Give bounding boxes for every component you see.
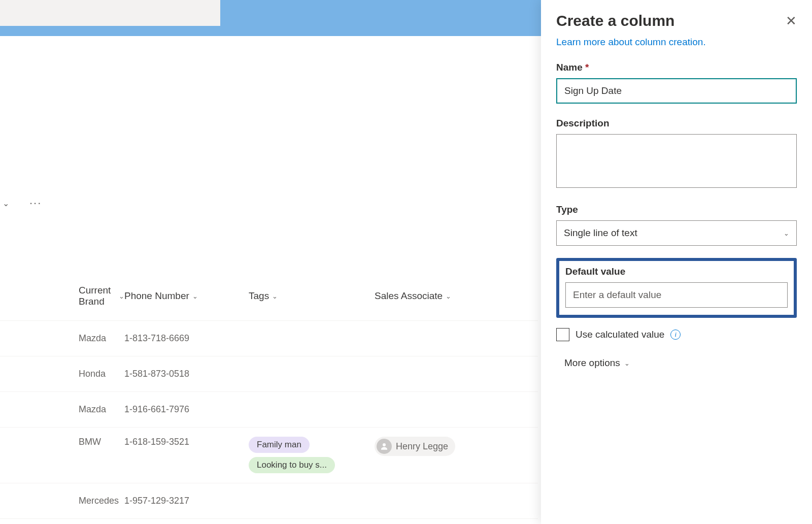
name-field-label: Name * [556, 62, 797, 73]
use-calculated-label: Use calculated value [576, 329, 664, 340]
type-select-value: Single line of text [564, 227, 637, 239]
more-options-label: More options [564, 357, 620, 369]
learn-more-link[interactable]: Learn more about column creation. [556, 37, 797, 48]
chevron-down-icon: ⌄ [624, 359, 630, 367]
default-value-highlight: Default value [556, 258, 797, 318]
description-field-label: Description [556, 118, 797, 129]
checkbox-icon[interactable] [556, 328, 569, 341]
chevron-down-icon: ⌄ [784, 230, 789, 237]
type-field-label: Type [556, 204, 797, 215]
default-value-label: Default value [565, 266, 788, 277]
panel-title: Create a column [556, 12, 797, 29]
use-calculated-row[interactable]: Use calculated value i [556, 328, 797, 341]
create-column-panel: ✕ Create a column Learn more about colum… [541, 0, 812, 524]
close-icon[interactable]: ✕ [786, 13, 797, 29]
name-input[interactable] [556, 78, 797, 104]
more-options-toggle[interactable]: More options ⌄ [556, 357, 797, 369]
description-input[interactable] [556, 134, 797, 188]
required-star-icon: * [585, 62, 589, 73]
type-select[interactable]: Single line of text ⌄ [556, 220, 797, 246]
info-icon[interactable]: i [670, 330, 681, 340]
modal-dim-overlay [0, 0, 541, 524]
default-value-input[interactable] [565, 282, 788, 308]
